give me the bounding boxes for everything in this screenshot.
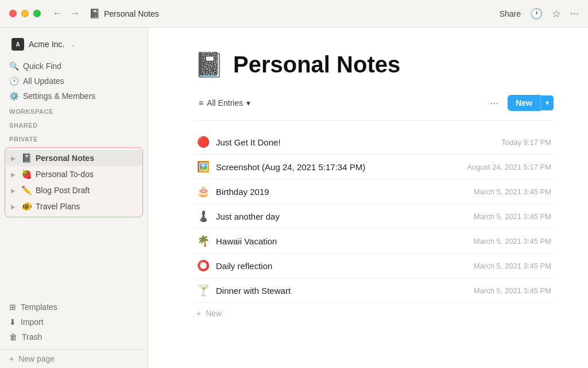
minimize-button[interactable] xyxy=(21,10,29,17)
titlebar-actions: Share 🕐 ☆ ··· xyxy=(500,7,579,20)
more-options-button[interactable]: ··· xyxy=(486,96,502,110)
entry-left: 🍸 Dinner with Stewart xyxy=(196,284,291,297)
page-icon: 🍓 xyxy=(21,169,32,179)
sidebar-item-label: Travel Plans xyxy=(36,202,80,211)
section-private-label: PRIVATE xyxy=(0,131,148,145)
entry-row[interactable]: 🖼️ Screenshot (Aug 24, 2021 5:17:34 PM) … xyxy=(194,155,554,179)
plus-icon: + xyxy=(196,309,201,318)
page-icon: 🐠 xyxy=(21,201,32,212)
sidebar-item-personal-notes[interactable]: ▶ 📓 Personal Notes ← xyxy=(5,150,142,166)
import-icon: ⬇ xyxy=(9,317,16,327)
new-page-button[interactable]: + New page xyxy=(0,349,148,368)
add-new-row[interactable]: + New xyxy=(194,303,554,324)
entry-date: March 5, 2021 3:45 PM xyxy=(474,286,551,295)
page-icon: ✏️ xyxy=(21,185,32,195)
sidebar-item-blog-post-draft[interactable]: ▶ ✏️ Blog Post Draft xyxy=(5,182,142,198)
private-section: ▶ 📓 Personal Notes ← ▶ 🍓 Personal To-dos… xyxy=(5,147,143,217)
entry-icon: 🎂 xyxy=(196,185,210,198)
sidebar-item-travel-plans[interactable]: ▶ 🐠 Travel Plans xyxy=(5,198,142,214)
titlebar: ← → 📓 Personal Notes Share 🕐 ☆ ··· xyxy=(0,0,588,28)
entry-title: Screenshot (Aug 24, 2021 5:17:34 PM) xyxy=(216,162,365,172)
star-icon[interactable]: ☆ xyxy=(552,7,561,20)
toolbar-right: ··· New ▾ xyxy=(486,95,554,111)
close-button[interactable] xyxy=(9,10,17,17)
templates-icon: ⊞ xyxy=(9,302,16,312)
entry-row[interactable]: 🍸 Dinner with Stewart March 5, 2021 3:45… xyxy=(194,278,554,303)
filter-button[interactable]: ≡ All Entries ▾ xyxy=(194,96,255,110)
entry-title: Daily reflection xyxy=(216,261,272,271)
sidebar-item-all-updates[interactable]: 🕐 All Updates xyxy=(5,74,143,89)
entry-date: Today 9:17 PM xyxy=(501,138,551,147)
section-workspace-label: WORKSPACE xyxy=(0,103,148,117)
chevron-right-icon: ▶ xyxy=(11,187,18,194)
sidebar: A Acme Inc. ⌄ 🔍 Quick Find 🕐 All Updates… xyxy=(0,28,148,368)
sidebar-item-templates[interactable]: ⊞ Templates xyxy=(5,300,143,315)
chevron-right-icon: ▶ xyxy=(11,204,18,210)
entry-left: 🎂 Birthday 2019 xyxy=(196,185,269,198)
sidebar-item-label: Quick Find xyxy=(23,62,61,71)
entry-date: March 5, 2021 3:45 PM xyxy=(474,262,551,270)
entry-icon: 🌴 xyxy=(196,235,210,247)
sidebar-item-label: All Updates xyxy=(23,76,64,86)
sidebar-nav: 🔍 Quick Find 🕐 All Updates ⚙️ Settings &… xyxy=(0,59,148,103)
workspace-logo: A xyxy=(11,38,24,51)
entry-row[interactable]: 🌴 Hawaii Vacation March 5, 2021 3:45 PM xyxy=(194,229,554,254)
entry-title: Birthday 2019 xyxy=(216,187,269,197)
entry-icon: 🍸 xyxy=(196,284,210,297)
entry-row[interactable]: 🔴 Just Get It Done! Today 9:17 PM xyxy=(194,130,554,155)
entry-row[interactable]: 🎂 Birthday 2019 March 5, 2021 3:45 PM xyxy=(194,179,554,204)
new-button-group: New ▾ xyxy=(508,95,554,111)
toolbar-row: ≡ All Entries ▾ ··· New ▾ xyxy=(194,95,554,121)
content-area: 📓 Personal Notes ≡ All Entries ▾ ··· New… xyxy=(148,28,588,368)
entry-left: ♟️ Just another day xyxy=(196,210,280,223)
entry-date: March 5, 2021 3:45 PM xyxy=(474,237,551,246)
more-options-icon[interactable]: ··· xyxy=(570,7,579,20)
sidebar-item-label: Personal Notes xyxy=(36,154,94,163)
filter-icon: ≡ xyxy=(199,98,203,108)
sidebar-bottom: ⊞ Templates ⬇ Import 🗑 Trash xyxy=(0,295,148,349)
search-icon: 🔍 xyxy=(9,62,18,71)
nav-buttons: ← → xyxy=(50,6,82,21)
entry-title: Dinner with Stewart xyxy=(216,286,291,296)
share-button[interactable]: Share xyxy=(500,9,521,18)
new-entry-dropdown-button[interactable]: ▾ xyxy=(540,95,554,110)
plus-icon: + xyxy=(9,354,14,363)
entry-title: Hawaii Vacation xyxy=(216,236,277,246)
sidebar-item-quick-find[interactable]: 🔍 Quick Find xyxy=(5,59,143,74)
entry-title: Just another day xyxy=(216,212,280,221)
new-page-label: New page xyxy=(18,354,55,363)
main-layout: A Acme Inc. ⌄ 🔍 Quick Find 🕐 All Updates… xyxy=(0,28,588,368)
entry-date: March 5, 2021 3:45 PM xyxy=(474,212,551,221)
sidebar-item-label: Blog Post Draft xyxy=(36,186,90,195)
sidebar-item-trash[interactable]: 🗑 Trash xyxy=(5,329,143,344)
entry-icon: 🖼️ xyxy=(196,160,210,173)
sidebar-item-import[interactable]: ⬇ Import xyxy=(5,315,143,329)
new-entry-button[interactable]: New xyxy=(508,95,540,111)
entry-left: 🔴 Just Get It Done! xyxy=(196,136,281,148)
entry-date: August 24, 2021 5:17 PM xyxy=(467,163,551,171)
sidebar-item-label: Settings & Members xyxy=(23,91,95,101)
maximize-button[interactable] xyxy=(33,10,41,17)
sidebar-item-label: Trash xyxy=(22,332,42,342)
entry-title: Just Get It Done! xyxy=(216,137,281,147)
back-button[interactable]: ← xyxy=(50,6,65,21)
history-icon[interactable]: 🕐 xyxy=(530,7,543,20)
entry-row[interactable]: ♟️ Just another day March 5, 2021 3:45 P… xyxy=(194,204,554,229)
workspace-name: Acme Inc. xyxy=(29,40,64,49)
workspace-chevron: ⌄ xyxy=(70,40,76,48)
page-title-icon: 📓 xyxy=(194,51,224,79)
section-shared-label: SHARED xyxy=(0,117,148,131)
entry-icon: 🔴 xyxy=(196,136,210,148)
sidebar-item-settings[interactable]: ⚙️ Settings & Members xyxy=(5,89,143,103)
updates-icon: 🕐 xyxy=(9,76,18,86)
chevron-right-icon: ▶ xyxy=(11,171,18,178)
sidebar-item-label: Templates xyxy=(21,302,57,312)
workspace-switcher[interactable]: A Acme Inc. ⌄ xyxy=(7,34,141,54)
page-icon: 📓 xyxy=(21,153,32,163)
forward-button[interactable]: → xyxy=(67,6,82,21)
chevron-right-icon: ▶ xyxy=(11,155,18,162)
entries-list: 🔴 Just Get It Done! Today 9:17 PM 🖼️ Scr… xyxy=(194,130,554,324)
entry-row[interactable]: ⭕ Daily reflection March 5, 2021 3:45 PM xyxy=(194,254,554,278)
sidebar-item-personal-todos[interactable]: ▶ 🍓 Personal To-dos xyxy=(5,166,142,182)
settings-icon: ⚙️ xyxy=(9,91,18,101)
